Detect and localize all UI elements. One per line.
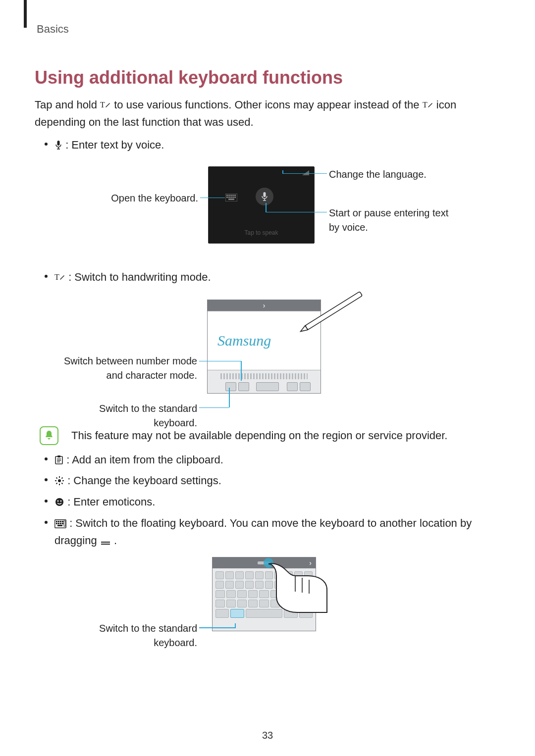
intro-text-b: to use various functions. Other icons ma…	[114, 99, 422, 111]
callout-line	[235, 623, 236, 628]
callout-number-char-mode: Switch between number mode and character…	[54, 354, 197, 383]
svg-rect-12	[228, 197, 230, 198]
list-item: : Enter text by voice.	[35, 137, 500, 154]
bullet-voice-text: : Enter text by voice.	[65, 139, 164, 151]
svg-rect-45	[62, 521, 63, 522]
svg-rect-50	[57, 525, 62, 526]
intro-paragraph: Tap and hold T to use various functions.…	[35, 97, 500, 130]
callout-change-language: Change the language.	[329, 167, 427, 182]
bullet-emoticons-text: : Enter emoticons.	[67, 496, 155, 508]
svg-rect-42	[56, 521, 57, 522]
tap-to-speak-label: Tap to speak	[209, 229, 314, 236]
svg-rect-25	[57, 455, 60, 457]
svg-rect-13	[230, 197, 232, 198]
manual-page: Basics Using additional keyboard functio…	[0, 0, 535, 756]
callout-start-pause: Start or pause entering text by voice.	[329, 206, 458, 235]
page-number: 33	[0, 730, 535, 741]
stylus-pen-icon	[287, 283, 376, 342]
svg-point-39	[57, 501, 59, 502]
list-item: : Enter emoticons.	[35, 494, 500, 511]
callout-line	[199, 361, 241, 362]
svg-line-34	[56, 478, 57, 479]
svg-text:T: T	[100, 101, 105, 109]
callout-line	[241, 361, 242, 381]
svg-rect-10	[234, 195, 236, 196]
svg-rect-2	[57, 141, 60, 146]
bullet-list-top: : Enter text by voice.	[35, 137, 500, 154]
svg-rect-46	[56, 523, 57, 524]
svg-rect-44	[60, 521, 61, 522]
svg-line-37	[61, 478, 62, 479]
t-pen-icon: T	[423, 99, 433, 114]
bullet-list-mid: T : Switch to handwriting mode.	[35, 269, 500, 287]
voice-panel: Tap to speak	[208, 166, 315, 244]
svg-point-54	[264, 558, 273, 568]
list-item: : Switch to the floating keyboard. You c…	[35, 515, 500, 550]
list-item: T : Switch to handwriting mode.	[35, 269, 500, 287]
mode-key	[238, 382, 249, 391]
callout-standard-keyboard: Switch to the standard keyboard.	[62, 621, 197, 650]
figure-floating-keyboard: › Switch to the standard keyboard.	[35, 554, 500, 648]
svg-text:T: T	[423, 101, 428, 109]
svg-rect-15	[234, 197, 236, 198]
bullet-voice: : Enter text by voice.	[54, 137, 500, 154]
svg-rect-17	[264, 192, 266, 197]
bullet-handwriting-text: : Switch to handwriting mode.	[68, 271, 211, 283]
svg-rect-49	[62, 523, 63, 524]
svg-point-38	[55, 498, 63, 506]
figure-handwriting: › Samsung Switch between number mode and…	[35, 291, 500, 419]
floating-keyboard-icon	[54, 517, 66, 533]
list-item: : Change the keyboard settings.	[35, 473, 500, 490]
callout-line	[266, 212, 327, 213]
svg-line-36	[56, 483, 57, 484]
svg-point-40	[60, 501, 62, 502]
svg-text:T: T	[54, 273, 59, 281]
handwriting-sample-text: Samsung	[217, 332, 271, 349]
svg-point-29	[58, 479, 61, 482]
callout-line	[200, 198, 225, 199]
callout-standard-keyboard: Switch to the standard keyboard.	[62, 402, 197, 430]
svg-rect-48	[60, 523, 61, 524]
list-item: : Add an item from the clipboard.	[35, 452, 500, 469]
svg-rect-6	[226, 195, 228, 196]
svg-rect-14	[232, 197, 234, 198]
svg-rect-8	[230, 195, 232, 196]
page-heading: Using additional keyboard functions	[35, 67, 500, 88]
breadcrumb: Basics	[37, 23, 500, 36]
enter-key	[300, 382, 311, 391]
svg-rect-51	[64, 521, 65, 526]
t-pen-icon: T	[54, 271, 65, 287]
bullet-floating-text-a: : Switch to the floating keyboard. You c…	[54, 517, 472, 547]
keyboard-switch-key	[225, 382, 236, 391]
drag-handle-icon	[100, 534, 111, 550]
callout-line	[229, 388, 230, 407]
microphone-icon	[54, 139, 62, 154]
svg-rect-9	[232, 195, 234, 196]
callout-line	[266, 203, 267, 212]
bullet-floating-text-b: .	[114, 534, 117, 547]
callout-open-keyboard: Open the keyboard.	[89, 191, 198, 205]
smiley-icon	[54, 496, 64, 511]
t-pen-icon: T	[100, 99, 111, 114]
bullet-settings-text: : Change the keyboard settings.	[67, 474, 221, 487]
header-side-rule	[24, 0, 27, 28]
figure-voice-input: Tap to speak Open the keyboard. Change t…	[35, 163, 500, 262]
svg-rect-47	[58, 523, 59, 524]
bullet-dot	[45, 275, 48, 278]
svg-rect-16	[228, 199, 234, 200]
svg-rect-43	[58, 521, 59, 522]
bullet-dot	[45, 143, 48, 146]
callout-line	[199, 407, 229, 408]
bell-icon	[40, 426, 58, 445]
bullet-dot	[45, 500, 48, 503]
microphone-button-icon	[256, 188, 273, 205]
svg-rect-7	[228, 195, 230, 196]
finger-pointer-icon	[248, 553, 332, 622]
handwriting-bottom	[208, 370, 321, 393]
chevron-right-icon: ›	[263, 302, 266, 309]
svg-rect-11	[226, 197, 228, 198]
callout-line	[282, 170, 283, 173]
callout-line	[199, 627, 235, 628]
bullet-dot	[45, 457, 48, 460]
gear-icon	[54, 474, 64, 490]
